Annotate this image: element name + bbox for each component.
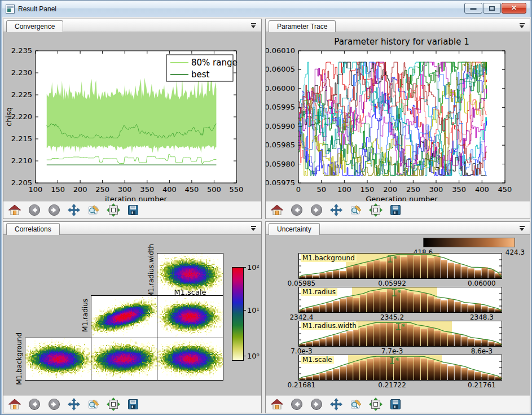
parameter-name-chip: M1.radius [301, 288, 337, 296]
tab-bar-parameter-trace: Parameter Trace [266, 19, 530, 32]
y-tick-label: 2.210 [11, 156, 32, 165]
tab-correlations[interactable]: Correlations [6, 223, 60, 235]
correlation-row-label: M1.radius [81, 299, 89, 332]
save-icon [126, 397, 140, 411]
x-tick-label: 0 [296, 185, 301, 194]
convergence-figure[interactable]: 2.2052.2102.2152.2202.2252.2302.23510015… [3, 32, 261, 201]
back-icon [290, 397, 304, 411]
panel-menu-dropdown-icon[interactable] [520, 226, 525, 231]
x-tick-label: 400 [162, 185, 177, 194]
home-button[interactable] [7, 397, 22, 412]
minimize-button[interactable] [464, 3, 482, 14]
zoom-button[interactable] [349, 397, 363, 412]
uncertainty-colorbar [423, 238, 515, 247]
x-tick-label: 100 [29, 185, 43, 194]
uncertainty-histogram[interactable]: M1.scale [298, 355, 502, 381]
panel-menu-dropdown-icon[interactable] [251, 226, 256, 231]
save-button[interactable] [126, 397, 140, 412]
correlation-cell[interactable] [157, 295, 223, 338]
back-button[interactable] [289, 203, 304, 217]
save-button[interactable] [126, 203, 140, 217]
correlation-cell[interactable] [157, 338, 223, 381]
colorbar-tick-label: 10¹ [247, 306, 260, 314]
forward-button[interactable] [309, 203, 324, 217]
tab-label: Convergence [15, 23, 55, 30]
x-tick-label: 300 [429, 185, 443, 194]
title-bar[interactable]: Result Panel ✕ [2, 1, 530, 17]
correlation-cell-title: M1.scale [174, 288, 206, 296]
x-tick-label: 0.06000 [468, 279, 496, 287]
minimize-icon [471, 8, 477, 10]
home-button[interactable] [270, 397, 284, 412]
pan-icon [329, 397, 343, 411]
uncertainty-histogram[interactable]: M1.radius [298, 287, 502, 313]
parameter-trace-figure[interactable]: 0.059750.059800.059850.059900.059950.060… [266, 32, 530, 201]
correlation-cell[interactable] [91, 338, 157, 381]
x-tick-label: 150 [51, 185, 65, 194]
convergence-plot[interactable]: 2.2052.2102.2152.2202.2252.2302.23510015… [3, 32, 261, 201]
save-button[interactable] [388, 397, 403, 412]
subplots-button[interactable] [106, 397, 121, 412]
y-tick-label: 0.05975 [266, 178, 295, 187]
correlation-row-label: M1.background [15, 333, 23, 385]
x-tick-label: 450 [498, 185, 512, 194]
plot-toolbar-parameter-trace [266, 201, 530, 219]
back-button[interactable] [289, 397, 304, 412]
back-button[interactable] [27, 203, 42, 217]
tab-parameter-trace[interactable]: Parameter Trace [269, 20, 336, 33]
colorbar-max-label: 424.3 [505, 248, 525, 256]
forward-button[interactable] [47, 203, 61, 217]
save-icon [389, 203, 402, 217]
save-button[interactable] [388, 203, 403, 217]
x-tick-label: 500 [207, 185, 221, 194]
subplots-button[interactable] [368, 203, 383, 217]
y-tick-label: 0.06000 [266, 84, 295, 93]
home-button[interactable] [7, 203, 22, 217]
zoom-button[interactable] [86, 397, 101, 412]
app-icon [6, 5, 15, 14]
forward-icon [47, 203, 61, 217]
zoom-button[interactable] [86, 203, 101, 217]
close-button[interactable]: ✕ [502, 3, 526, 14]
correlations-figure[interactable]: M1.radius.widthM1.radiusM1.scaleM1.backg… [3, 235, 261, 395]
x-tick-label: 7.7e-3 [381, 347, 403, 355]
uncertainty-histogram[interactable]: M1.radius.width [298, 321, 502, 347]
home-icon [8, 397, 21, 411]
x-tick-label: 0.21681 [288, 381, 316, 389]
correlation-cell[interactable] [25, 338, 91, 381]
correlation-cell[interactable] [91, 295, 157, 338]
chart-title: Parameter history for variable 1 [334, 37, 469, 47]
pan-button[interactable] [329, 203, 344, 217]
x-tick-label: 350 [452, 185, 466, 194]
home-button[interactable] [270, 203, 284, 217]
subplots-button[interactable] [106, 203, 121, 217]
zoom-button[interactable] [349, 203, 363, 217]
y-tick-label: 2.220 [11, 112, 32, 121]
forward-button[interactable] [309, 397, 324, 412]
correlation-heatmap [91, 296, 157, 338]
forward-button[interactable] [47, 397, 61, 412]
tab-bar-convergence: Convergence [3, 19, 261, 32]
tab-convergence[interactable]: Convergence [6, 20, 63, 33]
plot-toolbar-correlations [3, 395, 261, 413]
x-tick-label: 400 [475, 185, 489, 194]
parameter-trace-panel: Parameter Trace 0.059750.059800.059850.0… [265, 19, 530, 219]
legend-label: best [191, 69, 210, 80]
correlation-heatmap [25, 338, 91, 380]
subplots-icon [107, 397, 120, 411]
pan-button[interactable] [67, 203, 81, 217]
parameter-trace-plot[interactable]: 0.059750.059800.059850.059900.059950.060… [266, 32, 530, 201]
pan-button[interactable] [67, 397, 81, 412]
back-button[interactable] [27, 397, 42, 412]
uncertainty-figure[interactable]: 418.6424.3M1.background0.059850.059920.0… [266, 235, 530, 395]
forward-icon [47, 397, 61, 411]
tab-uncertainty[interactable]: Uncertainty [269, 223, 320, 235]
panel-menu-dropdown-icon[interactable] [520, 23, 525, 28]
pan-button[interactable] [329, 397, 344, 412]
y-tick-label: 2.225 [11, 90, 32, 99]
uncertainty-histogram[interactable]: M1.background [298, 253, 502, 279]
subplots-button[interactable] [368, 397, 383, 412]
panel-menu-dropdown-icon[interactable] [251, 23, 256, 28]
maximize-button[interactable] [483, 3, 501, 14]
zoom-icon [87, 203, 100, 217]
